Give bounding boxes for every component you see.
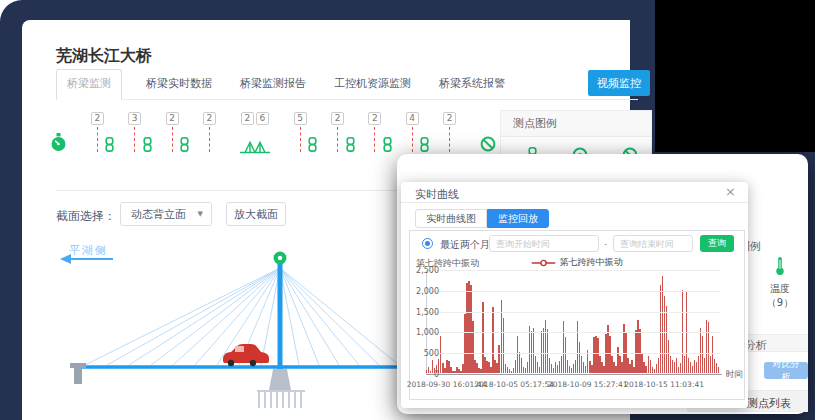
- screen: 芜湖长江大桥 桥梁监测桥梁实时数据桥梁监测报告工控机资源监测桥梁系统报警 视频监…: [0, 0, 815, 420]
- gridline: [426, 270, 720, 271]
- page-title: 芜湖长江大桥: [56, 46, 152, 67]
- video-monitor-button[interactable]: 视频监控: [588, 70, 650, 96]
- x-tick-label: 2018-10-09 15:27:41: [548, 380, 628, 389]
- link-sensor-icon[interactable]: [382, 137, 393, 156]
- gridline: [426, 291, 720, 292]
- realtime-curve-dialog: 实时曲线 × 实时曲线图监控回放 最近两个月 - 查询 第七跨跨中振动 第七跨跨…: [401, 182, 748, 408]
- search-button[interactable]: 查询: [700, 235, 734, 252]
- left-abutment: [70, 363, 86, 384]
- tab-2[interactable]: 桥梁监测报告: [236, 70, 310, 99]
- sensor-count-badge: 2: [368, 112, 381, 125]
- dialog-tab-0[interactable]: 实时曲线图: [415, 209, 487, 228]
- enlarge-section-button[interactable]: 放大截面: [226, 202, 286, 226]
- sensor-count-badge: 2: [241, 112, 254, 125]
- red-dash-line: [374, 127, 375, 152]
- red-dash-line: [172, 127, 173, 152]
- main-tabbar: 桥梁监测桥梁实时数据桥梁监测报告工控机资源监测桥梁系统报警: [56, 70, 638, 100]
- red-dash-line: [134, 127, 135, 152]
- temperature-count: （9）: [757, 296, 803, 310]
- gridline: [426, 332, 720, 333]
- y-tick-label: 500: [399, 349, 439, 358]
- sensor-count-badge: 5: [294, 112, 307, 125]
- section-select-dropdown[interactable]: 动态背立面 ▼: [120, 202, 212, 226]
- sensor-count-badge: 3: [128, 112, 141, 125]
- bar-series: [426, 270, 720, 374]
- tab-0[interactable]: 桥梁监测: [56, 69, 122, 100]
- sensor-station-6: 5: [293, 112, 307, 152]
- chart-plot-area: 2,5002,0001,5001,00050002018-09-30 16:01…: [426, 270, 720, 374]
- legend-marker-icon: [532, 259, 556, 267]
- sensor-count-badge: 2: [331, 112, 344, 125]
- sensor-count-badge: 2: [203, 112, 216, 125]
- left-arrow-icon: [60, 254, 113, 264]
- black-region: [655, 0, 815, 152]
- gridline: [426, 312, 720, 313]
- link-sensor-icon[interactable]: [104, 137, 115, 156]
- y-tick-label: 2,500: [399, 266, 439, 275]
- tab-4[interactable]: 桥梁系统报警: [435, 70, 509, 99]
- link-sensor-icon[interactable]: [179, 137, 190, 156]
- sensor-count-badge: 2: [166, 112, 179, 125]
- red-dash-line: [337, 127, 338, 152]
- end-time-input[interactable]: [613, 235, 693, 252]
- y-tick-label: 2,000: [399, 287, 439, 296]
- point-list-label: 测点列表: [747, 396, 791, 411]
- temperature-point[interactable]: 温度 （9）: [757, 256, 803, 310]
- dialog-tab-1[interactable]: 监控回放: [487, 209, 549, 228]
- chart-legend[interactable]: 第七跨跨中振动: [532, 256, 623, 269]
- x-tick-label: 2018-10-05 05:17:54: [474, 380, 554, 389]
- link-sensor-icon[interactable]: [345, 137, 356, 156]
- sensor-count-badge: 6: [256, 112, 269, 125]
- red-dash-line: [97, 127, 98, 152]
- temperature-label: 温度: [757, 282, 803, 296]
- red-dash-line: [412, 127, 413, 152]
- dialog-title: 实时曲线: [415, 187, 459, 202]
- link-sensor-icon[interactable]: [142, 137, 153, 156]
- bridge-station: 26: [240, 112, 270, 160]
- dialog-tabs: 实时曲线图监控回放: [415, 209, 549, 228]
- dialog-panel: 最近两个月 - 查询 第七跨跨中振动 第七跨跨中振动 2,5002,0001,5…: [409, 230, 745, 400]
- tab-3[interactable]: 工控机资源监测: [330, 70, 415, 99]
- disabled-sensor-icon[interactable]: [480, 136, 496, 156]
- car: [223, 344, 269, 366]
- sensor-count-badge: 4: [406, 112, 419, 125]
- red-dash-line: [449, 127, 450, 152]
- caret-down-icon: ▼: [198, 210, 203, 218]
- sensor-station-7: 2: [331, 112, 345, 152]
- section-select-label: 截面选择：: [56, 208, 116, 225]
- bridge-icon[interactable]: [240, 139, 270, 160]
- gauge-icon[interactable]: [50, 133, 67, 156]
- sensor-count-badge: 2: [443, 112, 456, 125]
- sensor-station-4: 2: [202, 112, 216, 152]
- sensor-station-3: 2: [165, 112, 179, 152]
- start-time-input[interactable]: [489, 235, 599, 252]
- close-icon[interactable]: ×: [725, 185, 736, 199]
- dropdown-value: 动态背立面: [131, 207, 198, 222]
- gridline: [426, 353, 720, 354]
- bridge-diagram: [47, 232, 419, 420]
- range-separator: -: [604, 239, 607, 249]
- compare-analysis-button[interactable]: 对比分析: [764, 362, 808, 379]
- foundation-piles: [257, 391, 305, 408]
- tower-pier: [269, 369, 291, 390]
- tab-1[interactable]: 桥梁实时数据: [142, 70, 216, 99]
- radio-label: 最近两个月: [440, 238, 490, 252]
- sensor-station-8: 2: [368, 112, 382, 152]
- sensor-station-1: 2: [90, 112, 104, 152]
- legend-panel-title: 测点图例: [501, 111, 651, 137]
- red-dash-line: [300, 127, 301, 152]
- y-tick-label: 1,000: [399, 328, 439, 337]
- last-two-months-radio[interactable]: [422, 238, 433, 249]
- chart-bar: [718, 367, 719, 373]
- thermometer-icon: [774, 261, 786, 280]
- sensor-count-badge: 2: [91, 112, 104, 125]
- sensor-station-2: 3: [128, 112, 142, 152]
- link-sensor-icon[interactable]: [307, 137, 318, 156]
- red-dash-line: [209, 127, 210, 152]
- legend-series-label: 第七跨跨中振动: [560, 256, 623, 269]
- sensor-station-10: 2: [443, 112, 457, 152]
- x-axis-title: 时间: [726, 369, 743, 381]
- y-tick-label: 1,500: [399, 308, 439, 317]
- x-tick-label: 2018-10-15 11:03:41: [624, 380, 704, 389]
- camera-icon: [274, 252, 287, 265]
